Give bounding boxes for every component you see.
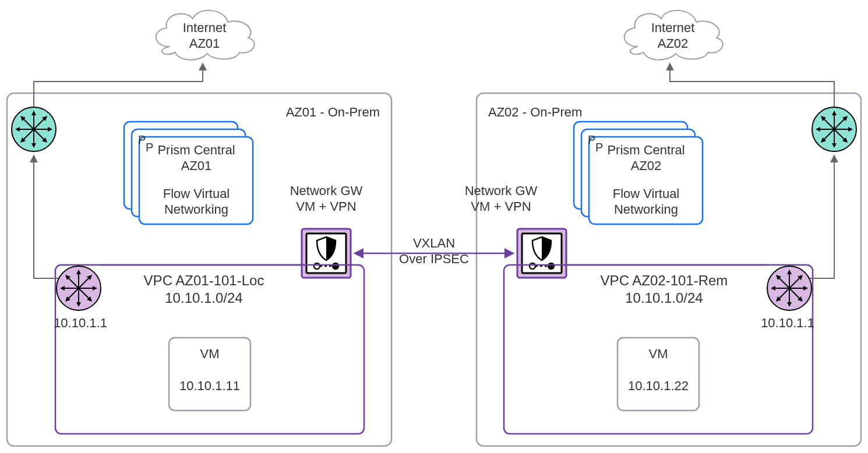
az-right-title: AZ02 - On-Prem bbox=[488, 105, 582, 119]
svg-text:AZ01: AZ01 bbox=[189, 36, 220, 51]
svg-text:Internet: Internet bbox=[183, 20, 227, 35]
svg-text:AZ02: AZ02 bbox=[631, 158, 662, 173]
router-teal-left bbox=[12, 107, 56, 151]
gw-label-left-2: VM + VPN bbox=[296, 199, 356, 214]
vm-box-left: VM 10.10.1.11 bbox=[169, 338, 250, 410]
svg-text:Flow Virtual: Flow Virtual bbox=[613, 186, 680, 201]
svg-text:AZ02: AZ02 bbox=[658, 36, 689, 51]
vpc-right-line1: VPC AZ02-101-Rem bbox=[601, 272, 728, 288]
link-teal-left-to-cloud bbox=[34, 64, 203, 107]
svg-text:Internet: Internet bbox=[651, 20, 695, 35]
gw-label-left-1: Network GW bbox=[290, 183, 363, 198]
gw-label-right-1: Network GW bbox=[465, 183, 538, 198]
router-teal-right bbox=[812, 107, 856, 151]
svg-text:P: P bbox=[588, 133, 595, 146]
gw-icon-right bbox=[517, 229, 566, 278]
link-purple-to-teal-left bbox=[34, 156, 58, 278]
vm-box-right: VM 10.10.1.22 bbox=[618, 338, 699, 410]
svg-text:VM: VM bbox=[649, 346, 668, 361]
link-purple-to-teal-right bbox=[810, 156, 834, 278]
gw-label-right-2: VM + VPN bbox=[471, 199, 531, 214]
svg-text:Flow Virtual: Flow Virtual bbox=[163, 186, 230, 201]
gw-icon-left bbox=[302, 229, 351, 278]
svg-text:P: P bbox=[146, 141, 153, 154]
svg-text:Networking: Networking bbox=[614, 202, 678, 217]
svg-text:P: P bbox=[138, 133, 146, 146]
svg-text:10.10.1.11: 10.10.1.11 bbox=[179, 378, 240, 393]
router-purple-right bbox=[767, 266, 811, 310]
svg-text:P: P bbox=[595, 141, 603, 154]
vpc-right-line2: 10.10.1.0/24 bbox=[625, 290, 703, 306]
link-label-2: Over IPSEC bbox=[399, 252, 469, 266]
router-purple-left bbox=[57, 266, 101, 310]
svg-text:VM: VM bbox=[200, 346, 220, 361]
prism-stack-right: P P Prism Central AZ02 Flow Virtual Netw… bbox=[574, 122, 703, 224]
cloud-right: Internet AZ02 bbox=[624, 10, 723, 60]
router-ip-right: 10.10.1.1 bbox=[761, 316, 814, 330]
network-diagram: AZ01 - On-Prem AZ02 - On-Prem Internet A… bbox=[0, 0, 868, 453]
svg-text:10.10.1.22: 10.10.1.22 bbox=[628, 378, 689, 393]
link-teal-right-to-cloud bbox=[670, 64, 834, 107]
vpc-left-line1: VPC AZ01-101-Loc bbox=[144, 272, 264, 288]
cloud-left: Internet AZ01 bbox=[156, 10, 255, 60]
svg-text:Prism Central: Prism Central bbox=[607, 143, 684, 157]
az-left-title: AZ01 - On-Prem bbox=[286, 105, 380, 119]
router-ip-left: 10.10.1.1 bbox=[54, 316, 107, 330]
svg-text:Prism Central: Prism Central bbox=[157, 143, 235, 157]
vpc-left-line2: 10.10.1.0/24 bbox=[165, 290, 242, 306]
svg-text:Networking: Networking bbox=[164, 202, 228, 217]
prism-stack-left: P P Prism Central AZ01 Flow Virtual Netw… bbox=[124, 122, 253, 224]
link-label-1: VXLAN bbox=[413, 236, 455, 250]
svg-text:AZ01: AZ01 bbox=[181, 158, 212, 173]
